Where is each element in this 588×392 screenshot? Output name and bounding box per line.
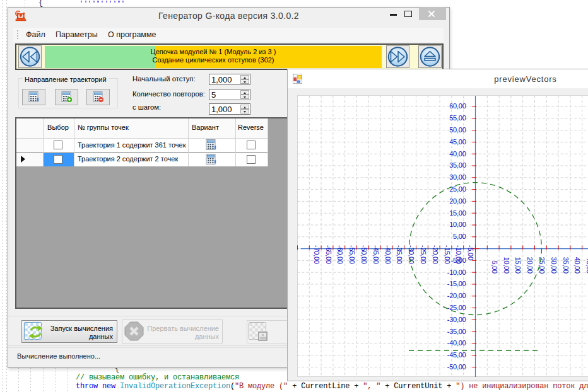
- svg-text:-20,00: -20,00: [447, 292, 466, 299]
- svg-text:-50,00: -50,00: [447, 363, 466, 371]
- svg-text:-45,00: -45,00: [372, 245, 380, 264]
- svg-text:5,00: 5,00: [491, 261, 498, 274]
- svg-text:40,00: 40,00: [449, 150, 466, 158]
- svg-text:45,00: 45,00: [449, 138, 466, 146]
- svg-text:-20,00: -20,00: [432, 245, 439, 264]
- svg-text:10,00: 10,00: [503, 257, 510, 274]
- svg-text:35,00: 35,00: [449, 161, 466, 169]
- svg-text:20,00: 20,00: [449, 197, 466, 205]
- svg-text:-65,00: -65,00: [325, 245, 332, 264]
- svg-text:-60,00: -60,00: [336, 245, 344, 264]
- svg-text:55,00: 55,00: [449, 114, 466, 122]
- svg-text:30,00: 30,00: [550, 257, 558, 274]
- svg-text:-35,00: -35,00: [447, 328, 466, 335]
- svg-text:5,00: 5,00: [453, 233, 466, 240]
- svg-text:15,00: 15,00: [449, 209, 466, 217]
- svg-text:20,00: 20,00: [526, 257, 534, 274]
- svg-text:35,00: 35,00: [562, 257, 570, 274]
- svg-text:60,00: 60,00: [449, 102, 466, 110]
- svg-text:-10,00: -10,00: [447, 268, 466, 276]
- svg-text:40,00: 40,00: [573, 257, 581, 274]
- svg-text:-25,00: -25,00: [420, 245, 427, 264]
- svg-text:-5,00: -5,00: [467, 245, 474, 260]
- svg-text:-40,00: -40,00: [447, 339, 466, 347]
- svg-text:25,00: 25,00: [449, 185, 466, 193]
- svg-text:-70,00: -70,00: [313, 245, 320, 264]
- svg-text:30,00: 30,00: [449, 173, 466, 181]
- svg-text:15,00: 15,00: [514, 257, 522, 274]
- svg-text:-15,00: -15,00: [444, 245, 451, 264]
- svg-text:-50,00: -50,00: [360, 245, 368, 264]
- svg-text:-30,00: -30,00: [447, 316, 466, 323]
- svg-text:50,00: 50,00: [449, 126, 466, 134]
- svg-text:-45,00: -45,00: [447, 351, 466, 359]
- svg-text:-30,00: -30,00: [408, 245, 415, 264]
- svg-text:-15,00: -15,00: [447, 280, 466, 287]
- svg-text:-35,00: -35,00: [396, 245, 403, 264]
- svg-text:-40,00: -40,00: [384, 245, 392, 264]
- svg-text:45,00: 45,00: [585, 257, 588, 274]
- svg-text:25,00: 25,00: [538, 257, 546, 274]
- svg-text:-10,00: -10,00: [455, 245, 462, 264]
- svg-text:-55,00: -55,00: [348, 245, 356, 264]
- svg-text:10,00: 10,00: [449, 221, 466, 228]
- svg-text:-25,00: -25,00: [447, 304, 466, 311]
